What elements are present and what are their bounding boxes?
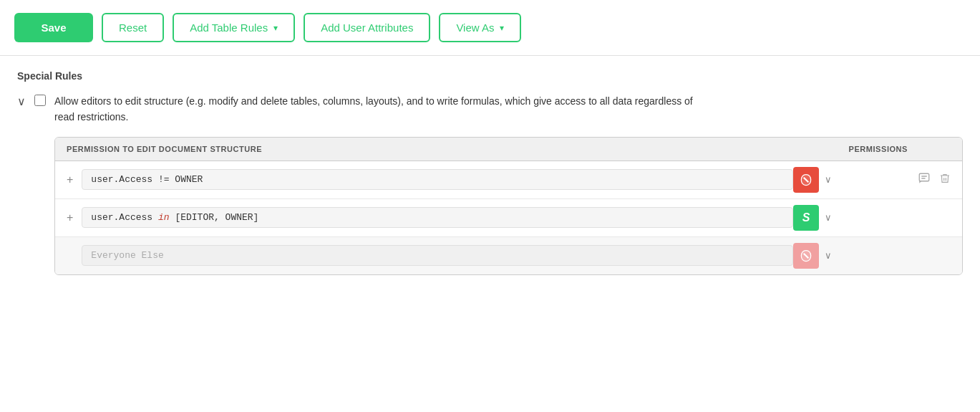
expand-chevron-icon[interactable]: ∨: [17, 95, 26, 108]
col2-header: PERMISSIONS: [793, 145, 951, 153]
view-as-button[interactable]: View As ▾: [439, 13, 521, 42]
table-header: PERMISSION TO EDIT DOCUMENT STRUCTURE PE…: [55, 138, 962, 161]
permission-badge[interactable]: [793, 243, 819, 269]
rule-description: Allow editors to edit structure (e.g. mo…: [54, 93, 699, 125]
special-rules-checkbox[interactable]: [34, 95, 46, 108]
col1-header: PERMISSION TO EDIT DOCUMENT STRUCTURE: [67, 145, 793, 153]
toolbar: Save Reset Add Table Rules ▾ Add User At…: [0, 0, 980, 56]
table-row: + user.Access in [EDITOR, OWNER] S ∨: [55, 199, 962, 237]
delete-icon[interactable]: [939, 173, 951, 187]
condition-cell[interactable]: user.Access != OWNER: [82, 169, 793, 190]
reset-button[interactable]: Reset: [102, 13, 164, 42]
chevron-down-icon: ▾: [500, 23, 504, 33]
permission-table: PERMISSION TO EDIT DOCUMENT STRUCTURE PE…: [54, 137, 963, 275]
section-title: Special Rules: [17, 70, 963, 82]
permission-chevron-icon[interactable]: ∨: [825, 212, 832, 223]
comment-icon[interactable]: [918, 172, 931, 188]
special-rules-row: ∨ Allow editors to edit structure (e.g. …: [17, 93, 963, 125]
condition-cell[interactable]: user.Access in [EDITOR, OWNER]: [82, 207, 793, 228]
add-condition-icon[interactable]: +: [67, 211, 73, 224]
permission-chevron-icon[interactable]: ∨: [825, 174, 832, 185]
add-table-rules-button[interactable]: Add Table Rules ▾: [173, 13, 295, 42]
add-user-attributes-button[interactable]: Add User Attributes: [304, 13, 430, 42]
add-condition-icon[interactable]: +: [67, 173, 73, 186]
main-content: Special Rules ∨ Allow editors to edit st…: [0, 56, 980, 289]
svg-rect-1: [919, 173, 929, 181]
table-row: + Everyone Else ∨: [55, 237, 962, 274]
everyone-else-cell: Everyone Else: [82, 245, 793, 266]
save-button[interactable]: Save: [14, 13, 93, 42]
permission-badge[interactable]: S: [793, 205, 819, 231]
permission-badge[interactable]: [793, 167, 819, 193]
table-row: + user.Access != OWNER ∨: [55, 161, 962, 199]
chevron-down-icon: ▾: [273, 23, 278, 33]
permission-chevron-icon[interactable]: ∨: [825, 250, 832, 261]
